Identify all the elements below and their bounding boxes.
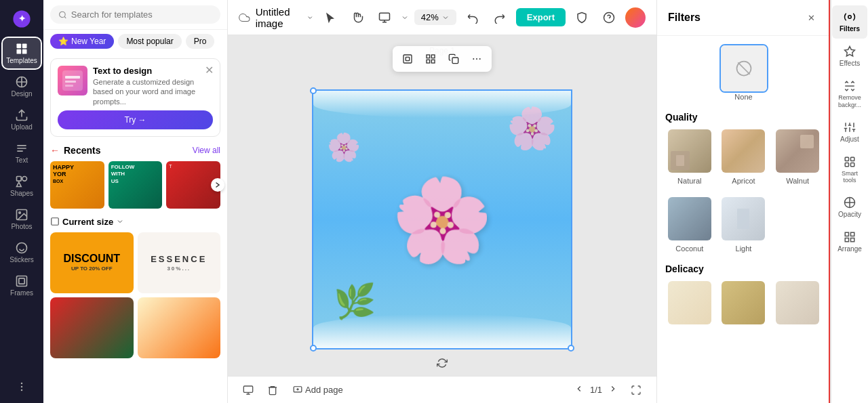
filters-title: Filters (668, 12, 701, 24)
undo-button[interactable] (462, 7, 484, 28)
svg-point-14 (21, 386, 23, 388)
recents-grid: HAPPYYORBOX FOLLOWWITHUS T (50, 161, 220, 209)
filter-d3-thumb[interactable] (774, 280, 821, 326)
filter-tab-new-year[interactable]: ⭐ New Year (50, 34, 114, 49)
filter-tab-pro[interactable]: Pro (186, 34, 215, 49)
filter-tab-most-popular[interactable]: Most popular (118, 34, 181, 49)
more-options-button[interactable] (467, 49, 486, 68)
copy-tool-button[interactable] (444, 49, 463, 68)
right-tool-remove-bg[interactable]: Remove backgr... (832, 75, 867, 114)
right-tool-filters[interactable]: Filters (832, 5, 867, 39)
search-input-wrap[interactable] (50, 5, 220, 24)
svg-point-15 (21, 383, 23, 385)
filter-item-d1[interactable] (665, 280, 714, 326)
sidebar-item-templates[interactable]: Templates (3, 38, 41, 68)
redo-button[interactable] (489, 7, 511, 28)
prev-page-button[interactable] (571, 382, 587, 398)
filter-item-apricot[interactable]: Apricot (719, 128, 768, 185)
recents-next-button[interactable] (211, 178, 224, 192)
sidebar-item-photos[interactable]: Photos (3, 204, 41, 234)
delicacy-filter-grid (665, 280, 822, 326)
user-avatar[interactable] (625, 7, 646, 28)
current-size-header[interactable]: Current size (50, 217, 220, 227)
filter-none-thumb[interactable] (719, 44, 768, 93)
filter-d2-thumb[interactable] (720, 280, 766, 326)
filter-item-walnut[interactable]: Walnut (773, 128, 822, 185)
canvas-settings-button[interactable] (239, 381, 258, 400)
sidebar-item-more[interactable] (3, 376, 41, 398)
filter-apricot-thumb[interactable] (720, 128, 766, 174)
svg-rect-5 (22, 49, 27, 54)
svg-rect-12 (17, 276, 27, 287)
export-button[interactable]: Export (516, 8, 566, 26)
doc-title[interactable]: Untitled image (256, 6, 314, 29)
grid-tool-button[interactable] (421, 49, 440, 68)
hand-tool-button[interactable] (347, 7, 368, 28)
canvas-handle-bl[interactable] (310, 345, 317, 352)
right-tool-effects[interactable]: Effects (832, 40, 867, 73)
right-tool-smart-tools[interactable]: Smart tools (832, 150, 867, 190)
filter-item-natural[interactable]: Natural (665, 128, 714, 185)
filter-none-label: None (734, 93, 752, 101)
canvas-handle-tl[interactable] (310, 87, 317, 94)
txt2design-title: Text to design (93, 66, 213, 76)
shield-icon-button[interactable] (571, 7, 593, 28)
svg-rect-40 (845, 157, 848, 161)
select-tool-button[interactable] (319, 7, 341, 28)
svg-rect-45 (851, 232, 854, 236)
filters-close-button[interactable]: ✕ (803, 9, 819, 26)
txt2design-close-button[interactable]: ✕ (203, 64, 214, 75)
add-page-button[interactable]: Add page (288, 382, 349, 398)
filter-walnut-thumb[interactable] (774, 128, 821, 174)
svg-rect-20 (65, 81, 76, 83)
txt2design-card: ✕ Text to design Generate a customized d… (50, 58, 220, 137)
fullscreen-button[interactable] (627, 381, 646, 400)
app-logo[interactable]: ✦ (3, 5, 41, 33)
filter-item-light[interactable]: Light (719, 196, 768, 253)
right-tool-adjust[interactable]: Adjust (832, 116, 867, 149)
template-item-lamp[interactable] (138, 297, 221, 358)
right-tool-arrange[interactable]: Arrange (832, 226, 867, 259)
frame-tool-button[interactable] (374, 7, 395, 28)
right-tool-opacity[interactable]: Opacity (832, 191, 867, 224)
selection-tool-button[interactable] (398, 49, 417, 68)
sidebar-item-upload[interactable]: Upload (3, 104, 41, 135)
svg-point-34 (479, 58, 481, 60)
filter-none-section: None (665, 44, 822, 101)
recents-view-all[interactable]: View all (193, 146, 220, 155)
filter-item-d2[interactable] (719, 280, 768, 326)
template-item-essence[interactable]: ESSENCE 30%... (138, 232, 221, 293)
txt2design-try-button[interactable]: Try → (58, 110, 213, 129)
recents-section: HAPPYYORBOX FOLLOWWITHUS T (50, 161, 220, 209)
sidebar-item-shapes[interactable]: Shapes (3, 171, 41, 201)
svg-rect-30 (431, 60, 435, 63)
svg-rect-47 (851, 238, 854, 242)
delete-page-button[interactable] (263, 381, 282, 400)
quality-section-2: Coconut Light (665, 196, 822, 253)
svg-rect-28 (431, 55, 435, 58)
filter-natural-thumb[interactable] (667, 128, 713, 174)
recent-item-2[interactable]: FOLLOWWITHUS (108, 161, 163, 209)
sidebar-item-frames[interactable]: Frames (3, 270, 41, 301)
help-button[interactable] (598, 7, 620, 28)
search-input[interactable] (71, 9, 212, 20)
svg-rect-4 (17, 49, 22, 54)
filter-light-thumb[interactable] (720, 196, 766, 242)
template-item-christmas1[interactable] (50, 297, 134, 358)
filter-d1-thumb[interactable] (667, 280, 713, 326)
panel-content: ✕ Text to design Generate a customized d… (43, 53, 227, 403)
zoom-control[interactable]: 42% (414, 9, 456, 25)
next-page-button[interactable] (605, 382, 621, 398)
filter-coconut-thumb[interactable] (667, 196, 713, 242)
filter-item-d3[interactable] (773, 280, 822, 326)
canvas-frame[interactable]: 🌸 🌸 🌿 🌸 (312, 89, 572, 349)
canvas-area: Page 1 (228, 35, 656, 376)
recent-item-1[interactable]: HAPPYYORBOX (50, 161, 104, 209)
filter-item-coconut[interactable]: Coconut (665, 196, 714, 253)
canvas-rotate-handle[interactable] (435, 356, 449, 370)
sidebar-item-stickers[interactable]: Stickers (3, 237, 41, 268)
sidebar-item-text[interactable]: Text (3, 137, 41, 168)
sidebar-item-design[interactable]: Design (3, 71, 41, 102)
template-item-discount[interactable]: DISCOUNT UP TO 20% OFF (50, 232, 134, 293)
canvas-handle-br[interactable] (568, 345, 574, 352)
